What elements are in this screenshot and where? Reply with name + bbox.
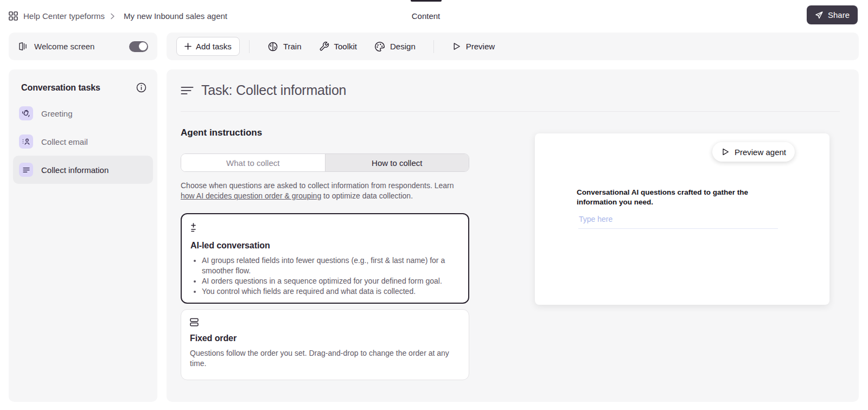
welcome-screen-toggle[interactable] [129,41,148,52]
option-card-ai-led[interactable]: AI-led conversation AI groups related fi… [181,213,469,304]
wrench-icon [319,41,329,52]
tab-content-label: Content [412,11,441,21]
grid-icon[interactable] [9,11,18,21]
collect-tabs: What to collect How to collect [181,153,469,172]
breadcrumb-workspace[interactable]: Help Center typeforms [23,11,105,21]
tab-how-to-collect[interactable]: How to collect [325,154,469,171]
stacked-rows-icon [190,318,460,327]
option-bullet: AI groups related fields into fewer ques… [202,255,459,276]
editor-toolbar: Add tasks Train Toolkit Design [167,33,859,60]
brain-icon [267,41,278,52]
contact-card-icon [19,134,33,149]
text-lines-icon [181,85,194,97]
divider [181,111,840,112]
text-lines-icon [19,163,33,177]
task-title: Task: Collect information [201,82,346,98]
play-icon [452,42,461,51]
chat-input-placeholder[interactable]: Type here [579,215,612,223]
description-text: Choose when questions are asked to colle… [181,181,454,190]
option-bullet: AI orders questions in a sequence optimi… [202,276,459,286]
option-card-fixed-order[interactable]: Fixed order Questions follow the order y… [181,309,469,380]
task-item-label: Greeting [41,109,73,118]
preview-agent-button[interactable]: Preview agent [712,142,795,162]
train-button[interactable]: Train [259,37,310,56]
description-link[interactable]: how AI decides question order & grouping [181,191,321,200]
task-header: Task: Collect information [181,82,346,98]
plus-minus-icon [190,222,459,234]
chevron-right-icon [110,13,115,20]
conversation-tasks-title: Conversation tasks [21,83,100,93]
task-item-label: Collect email [41,137,88,146]
share-label: Share [828,10,850,20]
task-item-collect-email[interactable]: Collect email [13,127,153,156]
train-label: Train [283,42,302,51]
chat-input-underline [578,228,778,229]
option-bullet: You control which fields are required an… [202,286,459,297]
preview-agent-label: Preview agent [735,148,786,157]
add-tasks-label: Add tasks [196,42,232,51]
option-title: Fixed order [190,334,460,343]
toolbar-divider [433,40,434,53]
collect-description: Choose when questions are asked to colle… [181,181,465,201]
preview-label: Preview [466,42,495,51]
preview-button[interactable]: Preview [443,37,503,56]
share-button[interactable]: Share [807,5,858,24]
welcome-screen-label: Welcome screen [34,42,123,51]
task-item-label: Collect information [41,165,108,175]
tab-content[interactable]: Content [412,0,441,32]
design-label: Design [390,42,416,51]
toolbar-divider [249,40,250,53]
top-bar: Help Center typeforms My new Inbound sal… [0,0,868,32]
welcome-screen-icon [18,42,28,51]
option-description: Questions follow the order you set. Drag… [190,348,460,369]
palette-icon [374,41,385,52]
page-title[interactable]: My new Inbound sales agent [124,11,227,21]
design-button[interactable]: Design [366,37,424,56]
play-icon [721,148,730,156]
agent-message: Conversational AI questions crafted to g… [577,188,787,207]
info-icon[interactable] [136,82,146,93]
add-tasks-button[interactable]: Add tasks [176,37,240,56]
welcome-screen-row: Welcome screen [9,33,157,60]
option-title: AI-led conversation [190,241,459,251]
task-item-collect-information[interactable]: Collect information [13,156,153,184]
breadcrumb: Help Center typeforms My new Inbound sal… [9,0,227,32]
task-item-greeting[interactable]: Greeting [13,99,153,127]
task-editor-panel: Task: Collect information Agent instruct… [167,69,859,402]
option-bullets: AI groups related fields into fewer ques… [190,255,459,297]
send-icon [815,11,824,20]
toolkit-button[interactable]: Toolkit [310,37,366,56]
tab-what-to-collect[interactable]: What to collect [181,154,325,171]
description-text: to optimize data collection. [321,191,413,200]
agent-instructions-title: Agent instructions [181,127,262,138]
waving-hand-icon [19,106,33,120]
conversation-tasks-panel: Conversation tasks Greeting [9,69,157,402]
toolkit-label: Toolkit [334,42,358,51]
plus-icon [184,43,192,50]
agent-preview-card: Preview agent Conversational AI question… [535,133,829,305]
